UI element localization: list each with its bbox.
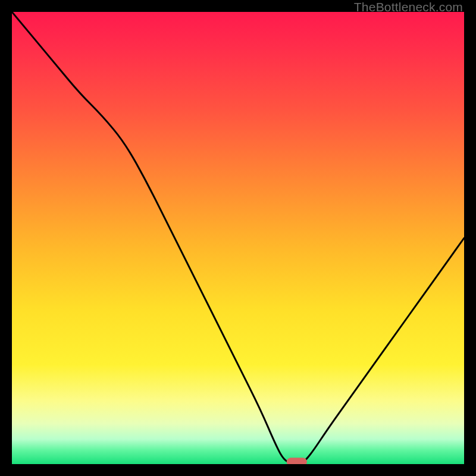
optimal-marker <box>287 458 307 464</box>
curve-svg <box>12 12 464 464</box>
bottleneck-curve <box>12 12 464 464</box>
plot-area <box>12 12 464 464</box>
chart-frame: TheBottleneck.com <box>0 0 476 476</box>
